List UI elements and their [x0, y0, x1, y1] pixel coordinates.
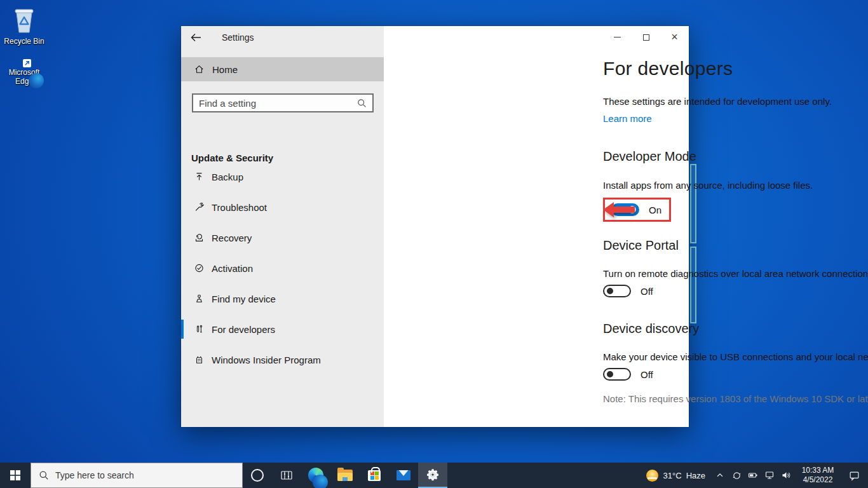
mail-button[interactable]	[389, 463, 418, 488]
shortcut-arrow-icon	[23, 59, 31, 67]
device-discovery-heading: Device discovery	[603, 322, 699, 336]
taskbar-search-input[interactable]	[55, 470, 242, 480]
sidebar-item-label: Activation	[212, 263, 253, 274]
clock-date: 4/5/2022	[794, 475, 841, 485]
battery-tray-button[interactable]	[745, 463, 761, 488]
wrench-icon	[194, 202, 205, 212]
clock-time: 10:33 AM	[794, 466, 841, 475]
device-portal-toggle[interactable]	[603, 285, 631, 297]
store-icon	[368, 470, 381, 481]
sidebar-item-for-developers[interactable]: For developers	[181, 314, 384, 344]
toggle-knob	[607, 288, 613, 294]
sidebar-item-label: Recovery	[212, 233, 252, 243]
toggle-knob	[607, 371, 613, 377]
weather-haze-icon	[646, 470, 658, 482]
chevron-up-icon	[715, 471, 724, 480]
weather-condition: Haze	[686, 471, 705, 480]
settings-search-box[interactable]	[192, 93, 374, 112]
windows-logo-icon	[10, 470, 20, 480]
settings-sidebar: Settings Home Update & Security	[181, 26, 384, 427]
device-discovery-description: Make your device visible to USB connecti…	[603, 351, 868, 362]
page-title: For developers	[603, 58, 733, 79]
network-tray-button[interactable]	[761, 463, 778, 488]
sidebar-item-troubleshoot[interactable]: Troubleshoot	[181, 192, 384, 222]
learn-more-link[interactable]: Learn more	[603, 113, 652, 124]
settings-taskbar-button[interactable]	[418, 463, 447, 488]
sdk-note: Note: This requires version 1803 of the …	[603, 393, 868, 404]
home-label: Home	[212, 64, 238, 75]
mail-icon	[397, 470, 410, 480]
file-explorer-icon	[337, 470, 353, 481]
back-button[interactable]	[181, 26, 210, 48]
update-tray-button[interactable]	[728, 463, 745, 488]
sidebar-item-label: For developers	[212, 324, 275, 335]
window-title: Settings	[222, 32, 254, 43]
settings-content-pane: × For developers These settings are inte…	[384, 26, 689, 427]
action-center-button[interactable]	[841, 463, 867, 488]
taskbar-search-box[interactable]	[31, 463, 243, 488]
update-circle-icon	[732, 471, 742, 480]
sidebar-item-home[interactable]: Home	[181, 57, 384, 81]
task-view-icon	[281, 470, 292, 480]
find-my-device-icon	[194, 294, 205, 304]
device-discovery-toggle[interactable]	[603, 368, 631, 381]
recycle-bin-icon	[10, 5, 38, 35]
weather-widget[interactable]: 31°C Haze	[640, 463, 712, 488]
hidden-icons-button[interactable]	[712, 463, 728, 488]
taskbar-clock[interactable]: 10:33 AM 4/5/2022	[794, 466, 841, 485]
battery-icon	[748, 470, 758, 480]
back-arrow-icon	[191, 33, 201, 42]
page-intro: These settings are intended for developm…	[603, 96, 832, 107]
sidebar-item-find-my-device[interactable]: Find my device	[181, 283, 384, 314]
recycle-bin-label: Recycle Bin	[4, 37, 44, 46]
device-portal-description: Turn on remote diagnostics over local ar…	[603, 268, 868, 279]
ninja-cat-icon	[194, 355, 205, 365]
sidebar-item-backup[interactable]: Backup	[181, 161, 384, 192]
sidebar-item-activation[interactable]: Activation	[181, 253, 384, 283]
developer-mode-description: Install apps from any source, including …	[603, 180, 813, 191]
edge-icon	[308, 468, 323, 483]
device-discovery-toggle-state: Off	[641, 369, 653, 380]
task-view-button[interactable]	[272, 463, 301, 488]
settings-search-input[interactable]	[193, 98, 357, 109]
recovery-icon	[194, 233, 205, 243]
system-tray: 31°C Haze	[640, 463, 868, 488]
developer-tools-icon	[194, 324, 205, 334]
sidebar-item-windows-insider[interactable]: Windows Insider Program	[181, 344, 384, 375]
volume-tray-button[interactable]	[778, 463, 794, 488]
device-portal-toggle-state: Off	[641, 286, 653, 297]
search-icon	[357, 98, 367, 108]
microsoft-store-button[interactable]	[360, 463, 389, 488]
edge-taskbar-button[interactable]	[301, 463, 330, 488]
sidebar-item-recovery[interactable]: Recovery	[181, 222, 384, 253]
developer-mode-heading: Developer Mode	[603, 149, 696, 164]
for-developers-page: For developers These settings are intend…	[603, 26, 868, 427]
cortana-button[interactable]	[243, 463, 272, 488]
backup-icon	[194, 172, 205, 182]
file-explorer-button[interactable]	[330, 463, 360, 488]
edge-shortcut[interactable]: Microsoft Edge	[1, 66, 48, 86]
sidebar-nav: Backup Troubleshoot Recovery	[181, 161, 384, 375]
search-icon	[39, 470, 49, 480]
titlebar: Settings	[181, 26, 384, 48]
ethernet-network-icon	[764, 470, 775, 480]
sidebar-item-label: Windows Insider Program	[212, 355, 321, 365]
weather-temperature: 31°C	[663, 471, 682, 480]
recycle-bin-shortcut[interactable]: Recycle Bin	[1, 5, 48, 46]
action-center-icon	[849, 470, 860, 481]
speaker-icon	[781, 470, 791, 480]
settings-gear-icon	[426, 468, 440, 482]
sidebar-item-label: Find my device	[212, 294, 276, 304]
cortana-icon	[251, 469, 264, 482]
home-icon	[194, 64, 205, 74]
taskbar: 31°C Haze	[0, 463, 868, 488]
activation-check-icon	[194, 263, 205, 273]
start-button[interactable]	[0, 463, 31, 488]
developer-mode-toggle-state: On	[649, 205, 661, 215]
red-annotation-arrow	[603, 201, 635, 220]
device-portal-heading: Device Portal	[603, 238, 679, 253]
sidebar-item-label: Troubleshoot	[212, 202, 267, 213]
sidebar-item-label: Backup	[212, 172, 243, 182]
settings-window: Settings Home Update & Security	[181, 26, 689, 427]
desktop-wallpaper: Recycle Bin Microsoft Edge Settings	[0, 0, 868, 488]
